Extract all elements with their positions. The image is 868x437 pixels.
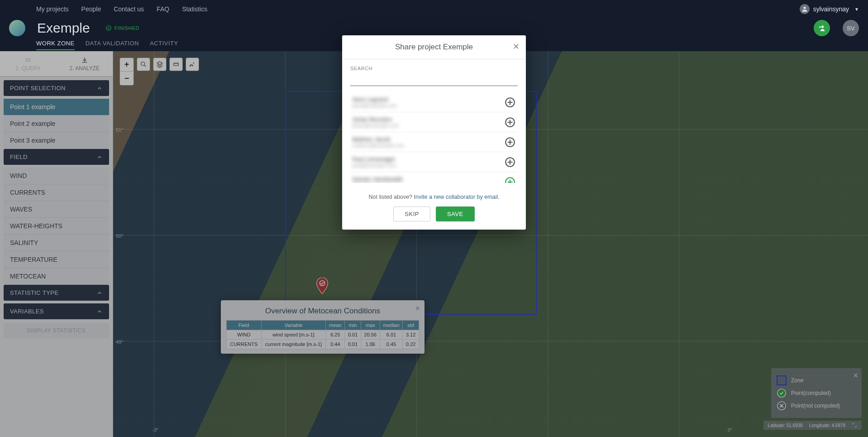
nav-my-projects[interactable]: My projects: [36, 5, 69, 13]
layers-icon: [156, 61, 163, 68]
draw-tool[interactable]: [186, 58, 199, 71]
field-salinity[interactable]: SALINITY: [4, 235, 109, 251]
person-row: Mathieu Jacob mathieu@example.com: [350, 132, 518, 152]
search-input[interactable]: [350, 73, 518, 86]
save-button[interactable]: SAVE: [436, 206, 475, 221]
svg-point-5: [190, 65, 191, 66]
add-person-button[interactable]: [504, 136, 516, 148]
point-selection-title: POINT SELECTION: [10, 85, 66, 91]
statistic-type-title: STATISTIC TYPE: [10, 289, 58, 296]
measure-tool[interactable]: [169, 58, 183, 71]
person-row: Alice Legrand alice@example.com: [350, 92, 518, 112]
add-person-button[interactable]: [504, 96, 516, 108]
th-variable: Variable: [261, 321, 326, 330]
tab-work-zone[interactable]: WORK ZONE: [36, 40, 75, 50]
person-row: Johan Bourdon johan@example.com: [350, 112, 518, 132]
plus-circle-icon: [504, 176, 516, 183]
user-menu[interactable]: sylvainsynay ▼: [800, 4, 859, 14]
accordion-statistic-type[interactable]: STATISTIC TYPE: [4, 285, 109, 301]
share-modal: Share project Exemple ✕ SEARCH Alice Leg…: [342, 35, 526, 230]
add-user-icon: [818, 24, 826, 32]
project-title: Exemple: [37, 20, 90, 36]
table-row: CURRENTS current magnitude [m.s-1] 0.44 …: [227, 340, 419, 349]
overview-popup: × Overview of Metocean Conditions Field …: [221, 300, 424, 354]
not-listed: Not listed above? Invite a new collabora…: [342, 186, 526, 206]
avatar[interactable]: SV: [843, 20, 859, 36]
th-max: max: [361, 321, 380, 330]
field-title: FIELD: [10, 154, 28, 160]
map-marker[interactable]: [316, 278, 329, 294]
svg-point-3: [141, 62, 145, 66]
tab-activity[interactable]: ACTIVITY: [150, 40, 178, 50]
field-water-heights[interactable]: WATER-HEIGHTS: [4, 218, 109, 235]
zoom-out-button[interactable]: −: [120, 72, 134, 85]
chevron-up-icon: [96, 308, 103, 315]
accordion-variables[interactable]: VARIABLES: [4, 303, 109, 319]
layers-tool[interactable]: [153, 58, 167, 71]
download-icon: [81, 56, 89, 64]
status-badge: FINISHED: [105, 25, 139, 31]
field-wind[interactable]: WIND: [4, 168, 109, 184]
check-circle-icon: [105, 25, 112, 31]
step-tabs: 1. QUERY 2. ANALYZE: [0, 51, 113, 77]
person-email: paul@example.com: [352, 163, 396, 168]
overview-close[interactable]: ×: [415, 304, 420, 313]
svg-point-0: [803, 7, 806, 9]
computed-swatch: [777, 388, 787, 398]
modal-header: Share project Exemple ✕: [342, 35, 526, 59]
avatar-initials: SV: [847, 25, 854, 32]
nav-people[interactable]: People: [81, 5, 101, 13]
person-email: alice@example.com: [352, 103, 397, 108]
field-metocean[interactable]: METOCEAN: [4, 268, 109, 285]
nav-statistics[interactable]: Statistics: [182, 5, 207, 13]
nav-faq[interactable]: FAQ: [157, 5, 169, 13]
nav-contact[interactable]: Contact us: [114, 5, 144, 13]
person-name: Alice Legrand: [352, 96, 397, 103]
zoom-in-button[interactable]: +: [120, 58, 134, 72]
username: sylvainsynay: [813, 5, 849, 13]
tab-data-validation[interactable]: DATA VALIDATION: [86, 40, 139, 50]
modal-actions: SKIP SAVE: [342, 206, 526, 230]
panel-scroll[interactable]: POINT SELECTION Point 1 example Point 2 …: [0, 77, 113, 437]
person-name: Johan Bourdon: [352, 116, 399, 123]
field-waves[interactable]: WAVES: [4, 201, 109, 218]
display-statistics-button[interactable]: DISPLAY STATISTICS: [4, 323, 109, 338]
person-name: Paul Lemenager: [352, 156, 396, 163]
person-email: sylvain@example.com: [352, 182, 403, 183]
modal-close-button[interactable]: ✕: [513, 42, 520, 52]
add-user-button[interactable]: [814, 20, 830, 36]
skip-button[interactable]: SKIP: [393, 206, 430, 221]
add-person-button[interactable]: [504, 176, 516, 183]
point-item-3[interactable]: Point 3 example: [4, 132, 109, 149]
person-email: johan@example.com: [352, 123, 399, 128]
step-analyze[interactable]: 2. ANALYZE: [57, 51, 113, 76]
step-analyze-label: 2. ANALYZE: [70, 65, 100, 72]
chevron-up-icon: [96, 85, 103, 91]
add-person-button[interactable]: [504, 116, 516, 128]
step-query-label: 1. QUERY: [15, 65, 41, 72]
add-person-button[interactable]: [504, 156, 516, 168]
th-field: Field: [227, 321, 262, 330]
modal-title: Share project Exemple: [395, 43, 473, 52]
person-row: Paul Lemenager paul@example.com: [350, 152, 518, 172]
legend-close[interactable]: ×: [853, 371, 858, 380]
search-tool[interactable]: [137, 58, 150, 71]
app-logo: [9, 20, 25, 36]
accordion-point-selection[interactable]: POINT SELECTION: [4, 80, 109, 96]
chevron-up-icon: [96, 290, 103, 296]
people-list[interactable]: Alice Legrand alice@example.com Johan Bo…: [350, 92, 518, 183]
point-item-1[interactable]: Point 1 example: [4, 99, 109, 115]
plus-circle-icon: [504, 156, 516, 168]
point-item-2[interactable]: Point 2 example: [4, 115, 109, 132]
invite-link[interactable]: Invite a new collaborator by email.: [414, 194, 500, 200]
expand-icon[interactable]: [852, 423, 857, 428]
accordion-field[interactable]: FIELD: [4, 149, 109, 165]
legend-zone: Zone: [777, 375, 856, 385]
coords-bar: Latitude: 51.6930 Longitude: 4.5978: [763, 421, 862, 430]
field-currents[interactable]: CURRENTS: [4, 184, 109, 201]
legend-not-computed: Point(not computed): [777, 401, 856, 411]
not-computed-swatch: [777, 401, 787, 411]
search-label: SEARCH: [350, 66, 518, 71]
step-query[interactable]: 1. QUERY: [0, 51, 57, 76]
field-temperature[interactable]: TEMPERATURE: [4, 251, 109, 268]
